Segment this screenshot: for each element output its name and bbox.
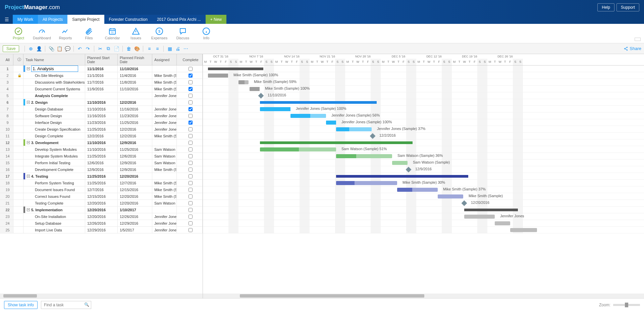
gantt-bar[interactable] bbox=[438, 194, 463, 198]
cell-psd[interactable]: 12/15/2016 bbox=[85, 193, 118, 199]
cell-psd[interactable]: 12/9/2016 bbox=[85, 166, 118, 173]
complete-checkbox[interactable] bbox=[189, 67, 193, 71]
cell-assigned[interactable]: Jennifer Jones (Sample) bbox=[152, 92, 177, 99]
person-icon[interactable]: 👤 bbox=[35, 45, 43, 52]
table-row[interactable]: 12−3. Development11/10/201612/9/2016 bbox=[0, 139, 203, 146]
table-row[interactable]: 5Analysis CompleteJennifer Jones (Sample… bbox=[0, 92, 203, 99]
collapse-icon[interactable] bbox=[635, 38, 641, 41]
table-row[interactable]: 10Create Design Specification11/25/20161… bbox=[0, 126, 203, 133]
col-task-name[interactable]: Task Name bbox=[23, 54, 85, 65]
cell-assigned[interactable]: Mike Smith (Sample) bbox=[152, 86, 177, 92]
complete-checkbox[interactable] bbox=[189, 228, 193, 232]
task-cell[interactable]: Design Complete bbox=[23, 133, 85, 139]
summary-bar[interactable] bbox=[208, 68, 263, 70]
cell-psd[interactable]: 12/29/2016 bbox=[85, 227, 118, 233]
gantt-bar[interactable] bbox=[290, 114, 326, 118]
cell-psd[interactable]: 11/1/2016 bbox=[85, 65, 118, 72]
task-cell[interactable]: − bbox=[23, 65, 85, 72]
complete-checkbox[interactable] bbox=[189, 221, 193, 225]
cell-assigned[interactable]: Jennifer Jones (Sample) bbox=[152, 106, 177, 112]
gantt-bar[interactable] bbox=[510, 228, 537, 232]
add-icon[interactable]: ⊕ bbox=[27, 45, 35, 52]
cell-psd[interactable]: 12/20/2016 bbox=[85, 200, 118, 206]
table-row[interactable]: 4Document Current Systems11/9/201611/10/… bbox=[0, 86, 203, 92]
table-row[interactable]: 3Discussions with Stakeholders11/7/20161… bbox=[0, 79, 203, 86]
cell-assigned[interactable]: Sam Watson (Sample) bbox=[152, 160, 177, 166]
cell-pfd[interactable]: 12/29/2016 bbox=[118, 220, 152, 226]
cell-psd[interactable] bbox=[85, 92, 118, 99]
cell-pfd[interactable]: 11/4/2016 bbox=[118, 72, 152, 79]
cell-complete[interactable] bbox=[177, 213, 203, 220]
task-cell[interactable]: Document Current Systems bbox=[23, 86, 85, 92]
cell-psd[interactable]: 11/16/2016 bbox=[85, 113, 118, 119]
cell-psd[interactable]: 12/6/2016 bbox=[85, 160, 118, 166]
task-cell[interactable]: Develop System Modules bbox=[23, 146, 85, 152]
cell-pfd[interactable]: 1/5/2017 bbox=[118, 227, 152, 233]
module-info[interactable]: Info bbox=[195, 27, 218, 40]
cell-complete[interactable] bbox=[177, 92, 203, 99]
expand-icon[interactable]: − bbox=[27, 208, 30, 211]
cell-assigned[interactable]: Jennifer Jones (Sample) bbox=[152, 119, 177, 126]
table-row[interactable]: 6−2. Design11/10/201612/2/2016 bbox=[0, 99, 203, 106]
gantt-bar[interactable] bbox=[495, 221, 510, 225]
cell-complete[interactable] bbox=[177, 106, 203, 112]
cell-pfd[interactable]: 11/16/2016 bbox=[118, 106, 152, 112]
task-cell[interactable]: Document Issues Found bbox=[23, 186, 85, 193]
cell-complete[interactable] bbox=[177, 220, 203, 226]
module-dashboard[interactable]: Dashboard bbox=[30, 27, 54, 40]
complete-checkbox[interactable] bbox=[189, 121, 193, 125]
cell-complete[interactable] bbox=[177, 153, 203, 159]
cell-psd[interactable]: 11/23/2016 bbox=[85, 119, 118, 126]
cell-assigned[interactable]: Sam Watson (Sample) bbox=[152, 153, 177, 159]
expand-icon[interactable]: − bbox=[27, 101, 30, 104]
cell-complete[interactable] bbox=[177, 146, 203, 152]
clipboard-icon[interactable]: 📋 bbox=[55, 45, 63, 52]
col-planned-start[interactable]: Planned Start Date bbox=[85, 54, 118, 65]
columns-icon[interactable]: ▦ bbox=[166, 45, 174, 52]
complete-checkbox[interactable] bbox=[189, 94, 193, 98]
more-icon[interactable]: ⋯ bbox=[182, 45, 190, 52]
col-planned-finish[interactable]: Planned Finish Date bbox=[118, 54, 152, 65]
complete-checkbox[interactable] bbox=[189, 208, 193, 212]
complete-checkbox[interactable] bbox=[189, 174, 193, 178]
cell-psd[interactable]: 11/10/2016 bbox=[85, 146, 118, 152]
cell-pfd[interactable]: 11/10/2016 bbox=[118, 65, 152, 72]
table-row[interactable]: 14Integrate System Modules11/25/201612/6… bbox=[0, 153, 203, 160]
cell-psd[interactable]: 11/10/2016 bbox=[85, 99, 118, 105]
cell-complete[interactable] bbox=[177, 200, 203, 206]
gantt-bar[interactable] bbox=[250, 87, 260, 91]
cell-assigned[interactable] bbox=[152, 173, 177, 179]
task-cell[interactable]: −5. Implementation bbox=[23, 207, 85, 213]
table-row[interactable]: 19Document Issues Found12/7/201612/15/20… bbox=[0, 186, 203, 193]
table-row[interactable]: 21Testing Complete12/20/201612/20/2016Sa… bbox=[0, 200, 203, 207]
task-cell[interactable]: Perform System Testing bbox=[23, 180, 85, 186]
tab-my-work[interactable]: My Work bbox=[13, 15, 38, 24]
h-scrollbar-right[interactable] bbox=[203, 294, 644, 298]
table-row[interactable]: 22−5. Implementation12/20/20161/10/2017 bbox=[0, 207, 203, 213]
cell-psd[interactable]: 11/1/2016 bbox=[85, 72, 118, 79]
tab-forester[interactable]: Forester Construction bbox=[104, 15, 152, 24]
task-cell[interactable]: Perform Initial Testing bbox=[23, 160, 85, 166]
cell-assigned[interactable]: Jennifer Jones (Sample) bbox=[152, 126, 177, 132]
cell-psd[interactable]: 12/20/2016 bbox=[85, 213, 118, 220]
task-cell[interactable]: On-Site Meetings bbox=[23, 72, 85, 79]
attach-icon[interactable]: 📎 bbox=[47, 45, 55, 52]
task-cell[interactable]: Software Design bbox=[23, 113, 85, 119]
task-cell[interactable]: Testing Complete bbox=[23, 200, 85, 206]
support-button[interactable]: Support bbox=[616, 3, 639, 11]
cell-pfd[interactable]: 12/20/2016 bbox=[118, 193, 152, 199]
cell-complete[interactable] bbox=[177, 79, 203, 85]
cell-psd[interactable]: 11/7/2016 bbox=[85, 79, 118, 85]
cell-complete[interactable] bbox=[177, 207, 203, 213]
task-cell[interactable]: Discussions with Stakeholders bbox=[23, 79, 85, 85]
task-cell[interactable]: Create Design Specification bbox=[23, 126, 85, 132]
table-row[interactable]: 9Interface Design11/23/201611/25/2016Jen… bbox=[0, 119, 203, 126]
complete-checkbox[interactable] bbox=[189, 147, 193, 151]
complete-checkbox[interactable] bbox=[189, 168, 193, 172]
cell-pfd[interactable]: 12/26/2016 bbox=[118, 213, 152, 220]
cell-psd[interactable]: 11/25/2016 bbox=[85, 173, 118, 179]
module-discuss[interactable]: Discuss bbox=[171, 27, 195, 40]
summary-bar[interactable] bbox=[260, 101, 377, 104]
gantt-bar[interactable] bbox=[208, 74, 228, 78]
gantt-bar[interactable] bbox=[336, 154, 392, 158]
